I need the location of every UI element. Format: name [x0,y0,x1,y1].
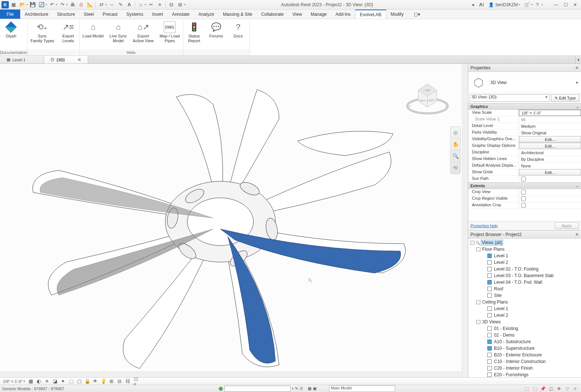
tree-node[interactable]: -🔍Views (all) [469,239,580,246]
ribbon-export-active-view-button[interactable]: ⌂↗ Export Active View [130,20,157,50]
worksharing-display-icon[interactable]: ⊞ [108,378,115,385]
tab-view[interactable]: View [288,10,306,19]
tab-structure[interactable]: Structure [53,10,79,19]
tab-manage[interactable]: Manage [306,10,331,19]
tree-twisty-icon[interactable]: - [476,247,480,251]
search-filter-icon[interactable]: 🔍 [476,241,480,245]
worksharing-slider[interactable] [224,386,290,392]
close-properties-icon[interactable]: ✕ [575,65,579,70]
nav-orbit-icon[interactable]: ⟲ [451,162,460,174]
tree-node[interactable]: Level 04 - T.O. Fnd. Wall [469,279,580,286]
view-scale-control[interactable]: 1/8" = 1'-0" ▾ [1,378,26,385]
tree-node[interactable]: Level 1 [469,253,580,259]
property-value[interactable]: 1/8" = 1'-0" [519,110,581,116]
sun-path-icon[interactable]: ☀ [43,378,51,385]
tree-node[interactable]: B20 - Exterior Enclosure [469,352,580,358]
tree-node[interactable]: Site [469,292,580,299]
qat-tag-icon[interactable]: ✎ [116,1,124,9]
maximize-button[interactable]: ☐ [561,1,570,9]
property-value[interactable]: Edit... [519,169,581,175]
project-browser-tree[interactable]: -🔍Views (all)-Floor PlansLevel 1Level 2L… [468,239,581,377]
revit-logo-icon[interactable]: R [1,1,9,8]
search-icon[interactable]: A⁝ [477,1,486,9]
qat-close-inactive-icon[interactable]: ⊟ [167,1,175,9]
qat-dimension-icon[interactable]: ↔ [108,1,116,9]
tab-modify[interactable]: Modify [386,10,408,19]
qat-recent-icon[interactable]: ▦ [10,1,18,9]
ribbon-map-load-pipes-button[interactable]: DWG Map / Load Pipes [156,20,183,50]
tab-architecture[interactable]: Architecture [20,10,53,19]
visual-style-icon[interactable]: ◐ [35,378,43,385]
crop-view-icon[interactable]: ⬚ [68,378,75,385]
qat-align-icon[interactable]: ⇄ [97,1,105,9]
qat-section-icon[interactable]: ✂ [147,1,155,9]
tree-twisty-icon[interactable]: - [476,300,480,304]
tab-file[interactable]: File [0,10,20,19]
filter-status-icon[interactable]: ▽ [563,385,571,392]
tab-evolvelab[interactable]: EvolveLAB [355,10,386,19]
analytical-icon[interactable]: ⊟ [116,378,123,385]
property-value[interactable]: Medium [519,123,581,129]
nav-left-icon[interactable]: ◂ [469,1,477,9]
apply-button[interactable]: Apply [555,222,579,229]
viewport-scrollbar-horizontal[interactable] [0,371,462,377]
qat-undo-icon[interactable]: ↶ [48,1,56,9]
nav-pan-icon[interactable]: ✋ [451,138,460,150]
tab-collaborate[interactable]: Collaborate [257,10,288,19]
tree-node[interactable]: B10 - Superstructure [469,345,580,352]
select-links-icon[interactable]: ⬚ [523,385,530,392]
close-tab-icon[interactable]: ✕ [77,57,81,62]
properties-help-link[interactable]: Properties help [470,224,498,228]
tab-systems[interactable]: Systems [122,10,148,19]
property-value[interactable]: Edit... [519,136,581,142]
ribbon-forums-button[interactable]: 💬 Forums [205,20,227,50]
property-value[interactable]: By Discipline [519,156,581,162]
user-button[interactable]: 👤 benD3KZM ▾ [486,1,522,9]
rendering-icon[interactable]: ✦ [59,378,67,385]
ribbon-export-levels-button[interactable]: ↗≡ Export Levels [57,20,79,50]
main-model-combo[interactable]: Main Model [329,385,395,392]
constraints-icon[interactable]: ⛓ [124,378,131,385]
tree-node[interactable]: Level 2 [469,312,580,319]
reveal-icon[interactable]: 💡 [100,378,107,385]
drag-elements-icon[interactable]: ✥ [555,385,563,392]
lock-3d-icon[interactable]: 🔒 [84,378,91,385]
qat-measure-icon[interactable]: 📐 [86,1,94,9]
tab-steel[interactable]: Steel [79,10,98,19]
tree-node[interactable]: 02 - Demo [469,332,580,338]
tree-twisty-icon[interactable]: - [470,241,474,245]
qat-print-icon[interactable]: 🖶 [68,1,76,9]
qat-thinlines-icon[interactable]: ≡ [156,1,164,9]
reveal-hidden-icon[interactable]: ◫ < [132,378,140,385]
tree-node[interactable]: -Ceiling Plans [469,299,580,305]
viewcube[interactable]: TOP LEFT BACK S E W [405,75,450,119]
close-browser-icon[interactable]: ✕ [575,232,579,237]
ribbon-sync-family-types-button[interactable]: ⟲₊ Sync Family Types [28,20,57,50]
help-icon[interactable]: ? [533,1,541,9]
property-value[interactable] [519,202,581,208]
ribbon-load-model-button[interactable]: ⌂ Load Model [80,20,107,50]
tree-node[interactable]: A10 - Substructure [469,338,580,345]
tree-node[interactable]: C10 - Interior Construction [469,358,580,365]
qat-3d-icon[interactable]: ⌂ [137,1,145,9]
temp-hide-icon[interactable]: 👁 [92,378,99,385]
instance-combo[interactable]: 3D View: {3D}▾ [470,94,549,102]
shadows-icon[interactable]: ◪ [51,378,59,385]
crop-region-icon[interactable]: ▢ [76,378,83,385]
navigation-bar[interactable]: ◎ ✋ 🔍 ⟲ [450,126,461,174]
tree-node[interactable]: Roof [469,286,580,292]
properties-panel-header[interactable]: Properties ✕ [468,64,581,72]
nav-full-icon[interactable]: ◎ [451,127,460,138]
project-browser-header[interactable]: Project Browser - Project2 ✕ [468,231,581,239]
qat-pdf-icon[interactable]: ⎙ [77,1,85,9]
tree-node[interactable]: Level 02 - T.O. Footing [469,266,580,272]
doc-tab-3d[interactable]: ⬡ {3D} ✕ [44,56,88,63]
property-value[interactable]: None [519,163,581,169]
tab-add-ins[interactable]: Add-Ins [331,10,355,19]
ribbon-glyph-button[interactable]: Glyph [0,20,22,50]
doc-tab-level1[interactable]: ▦ Level 1 [0,56,44,63]
qat-switch-windows-icon[interactable]: ⊞ [176,1,184,9]
worksharing-icon[interactable]: ⬤ [219,386,223,391]
select-face-icon[interactable]: ◫ [547,385,555,392]
property-value[interactable] [519,176,581,182]
